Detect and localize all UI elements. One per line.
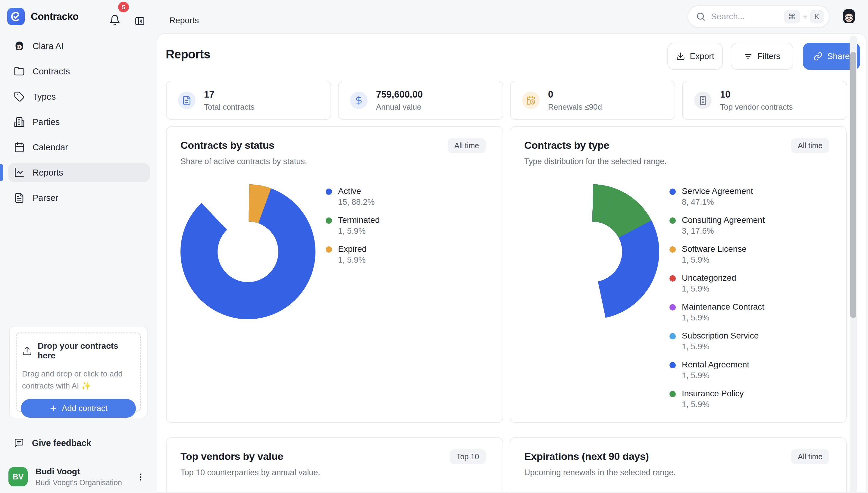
stat-label: Top vendor contracts bbox=[720, 102, 793, 112]
user-name: Budi Voogt bbox=[36, 467, 122, 476]
filter-icon bbox=[744, 52, 753, 61]
download-icon bbox=[676, 52, 685, 61]
card-subtitle: Share of active contracts by status. bbox=[181, 157, 307, 166]
legend-dot-icon bbox=[326, 246, 332, 253]
legend-dot-icon bbox=[670, 217, 676, 224]
legend-value: 1, 5.9% bbox=[338, 255, 367, 265]
sidebar-item-types[interactable]: Types bbox=[8, 87, 150, 106]
card-title: Top vendors by value bbox=[181, 451, 283, 462]
feedback-label: Give feedback bbox=[32, 438, 91, 448]
main-content: Reports Export Filters Share 17 Total co… bbox=[157, 33, 867, 493]
stat-total-contracts: 17 Total contracts bbox=[166, 81, 331, 120]
notifications-bell-icon[interactable] bbox=[109, 15, 122, 28]
document-icon bbox=[14, 192, 25, 203]
search-input[interactable]: Search... ⌘ + K bbox=[687, 5, 830, 28]
dropzone-title: Drop your contracts here bbox=[38, 341, 136, 361]
user-initials-avatar: BV bbox=[8, 467, 28, 486]
range-badge: All time bbox=[791, 138, 829, 153]
legend-dot-icon bbox=[670, 275, 676, 282]
top-vendors-card: Top vendors by value Top 10 counterparti… bbox=[166, 437, 503, 493]
legend-label: Uncategorized bbox=[682, 273, 736, 283]
legend-label: Rental Agreement bbox=[682, 359, 749, 370]
stat-label: Annual value bbox=[376, 102, 423, 112]
sidebar-item-clara-ai[interactable]: Clara AI bbox=[8, 37, 150, 56]
sidebar-item-label: Reports bbox=[33, 168, 63, 178]
legend-dot-icon bbox=[670, 362, 676, 368]
filters-button[interactable]: Filters bbox=[731, 43, 793, 70]
sidebar-item-parties[interactable]: Parties bbox=[8, 113, 150, 131]
legend-label: Terminated bbox=[338, 215, 380, 226]
upload-icon bbox=[22, 346, 32, 356]
legend-value: 3, 17.6% bbox=[682, 226, 765, 236]
legend-dot-icon bbox=[670, 333, 676, 339]
dropzone-subtitle: Drag and drop or click to add contracts … bbox=[22, 368, 135, 392]
legend-value: 1, 5.9% bbox=[682, 341, 759, 352]
sidebar-item-label: Parties bbox=[33, 117, 60, 127]
legend-value: 1, 5.9% bbox=[682, 370, 749, 381]
sidebar-item-contracts[interactable]: Contracts bbox=[8, 62, 150, 81]
folder-icon bbox=[14, 66, 25, 77]
calendar-clock-icon bbox=[522, 91, 539, 109]
user-org: Budi Voogt's Organisation bbox=[36, 478, 122, 487]
scrollbar-thumb[interactable] bbox=[850, 52, 856, 318]
sidebar-item-reports[interactable]: Reports bbox=[8, 163, 150, 182]
page-title: Reports bbox=[166, 48, 210, 61]
building-icon bbox=[694, 91, 712, 109]
contract-dropzone[interactable]: Drop your contracts here Drag and drop o… bbox=[9, 326, 148, 418]
calendar-icon bbox=[14, 142, 25, 153]
sidebar-item-label: Types bbox=[33, 92, 56, 102]
sidebar-item-label: Parser bbox=[33, 193, 58, 203]
search-icon bbox=[696, 12, 705, 21]
legend-item: Software License1, 5.9% bbox=[670, 244, 765, 265]
stat-value: 759,600.00 bbox=[376, 89, 423, 100]
stat-value: 0 bbox=[548, 89, 602, 100]
breadcrumb: Reports bbox=[169, 16, 199, 25]
stat-renewals: 0 Renewals ≤90d bbox=[510, 81, 675, 120]
sidebar-collapse-icon[interactable] bbox=[134, 16, 146, 27]
sidebar: Clara AI Contracts Types Parties bbox=[0, 33, 157, 493]
clara-avatar-icon bbox=[14, 41, 25, 51]
user-menu-kebab-icon[interactable] bbox=[134, 470, 146, 484]
legend-dot-icon bbox=[670, 304, 676, 310]
card-subtitle: Upcoming renewals in the selected range. bbox=[524, 468, 676, 477]
search-placeholder: Search... bbox=[711, 12, 784, 21]
legend-label: Maintenance Contract bbox=[682, 301, 764, 312]
donut-segment-active[interactable] bbox=[181, 184, 315, 319]
card-title: Contracts by status bbox=[181, 140, 274, 151]
legend-value: 1, 5.9% bbox=[338, 226, 380, 236]
legend-dot-icon bbox=[670, 189, 676, 195]
legend-label: Software License bbox=[682, 244, 746, 255]
stat-value: 17 bbox=[204, 89, 255, 100]
status-legend: Active15, 88.2%Terminated1, 5.9%Expired1… bbox=[326, 186, 380, 273]
legend-item: Rental Agreement1, 5.9% bbox=[670, 359, 765, 381]
range-badge: All time bbox=[791, 449, 829, 464]
profile-avatar[interactable] bbox=[840, 7, 858, 25]
legend-label: Service Agreement bbox=[682, 186, 753, 197]
dollar-icon bbox=[350, 91, 367, 109]
app-logo-icon[interactable] bbox=[7, 8, 25, 25]
plus-icon bbox=[49, 404, 58, 413]
legend-value: 8, 47.1% bbox=[682, 197, 753, 208]
legend-item: Active15, 88.2% bbox=[326, 186, 380, 208]
give-feedback-button[interactable]: Give feedback bbox=[14, 438, 91, 448]
legend-item: Insurance Policy1, 5.9% bbox=[670, 388, 765, 410]
add-contract-button[interactable]: Add contract bbox=[21, 399, 136, 418]
scrollbar-track bbox=[850, 36, 857, 493]
document-icon bbox=[178, 91, 195, 109]
tag-icon bbox=[14, 91, 25, 102]
legend-value: 1, 5.9% bbox=[682, 399, 744, 410]
legend-item: Terminated1, 5.9% bbox=[326, 215, 380, 236]
legend-value: 15, 88.2% bbox=[338, 197, 375, 208]
legend-value: 1, 5.9% bbox=[682, 312, 764, 323]
user-menu[interactable]: BV Budi Voogt Budi Voogt's Organisation bbox=[8, 466, 150, 487]
legend-dot-icon bbox=[326, 189, 332, 195]
sidebar-item-label: Calendar bbox=[33, 143, 68, 152]
sidebar-item-calendar[interactable]: Calendar bbox=[8, 138, 150, 157]
legend-item: Consulting Agreement3, 17.6% bbox=[670, 215, 765, 236]
stat-value: 10 bbox=[720, 89, 793, 100]
sidebar-item-parser[interactable]: Parser bbox=[8, 189, 150, 207]
legend-label: Insurance Policy bbox=[682, 388, 744, 399]
legend-item: Subscription Service1, 5.9% bbox=[670, 330, 765, 352]
app-name: Contracko bbox=[31, 11, 79, 22]
export-button[interactable]: Export bbox=[668, 43, 723, 70]
